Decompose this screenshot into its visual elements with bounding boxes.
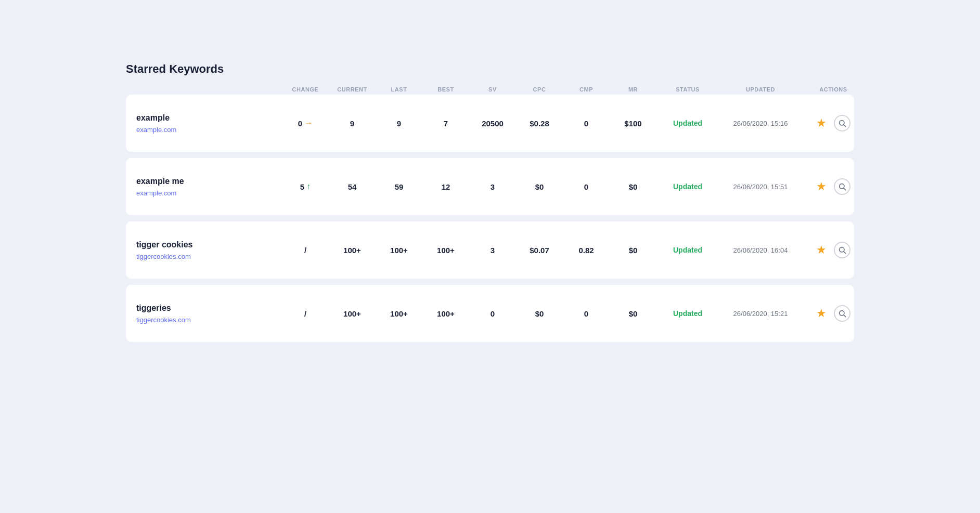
- star-icon[interactable]: ★: [816, 180, 827, 193]
- svg-line-3: [844, 188, 846, 190]
- current-cell: 100+: [329, 309, 376, 318]
- keyword-name: example: [136, 113, 282, 123]
- table-row: tiggeries tiggercookies.com / 100+100+10…: [126, 285, 854, 342]
- search-button[interactable]: [834, 242, 850, 258]
- last-cell: 100+: [376, 309, 422, 318]
- change-value: /: [304, 309, 306, 318]
- status-badge: Updated: [673, 119, 702, 127]
- search-icon: [838, 119, 846, 127]
- status-badge: Updated: [673, 182, 702, 191]
- status-badge: Updated: [673, 309, 702, 318]
- keyword-name: tigger cookies: [136, 240, 282, 249]
- keyword-cell: example example.com: [136, 113, 282, 134]
- star-icon[interactable]: ★: [816, 116, 827, 130]
- keyword-cell: example me example.com: [136, 177, 282, 197]
- change-value: 0: [298, 119, 302, 128]
- col-last: LAST: [376, 86, 422, 93]
- last-cell: 9: [376, 119, 422, 128]
- cpc-cell: $0.07: [516, 246, 563, 255]
- col-cpc: CPC: [516, 86, 563, 93]
- best-cell: 12: [422, 182, 469, 191]
- cmp-cell: 0: [563, 119, 610, 128]
- cpc-cell: $0: [516, 309, 563, 318]
- best-cell: 100+: [422, 246, 469, 255]
- arrow-up-icon: ↑: [306, 182, 311, 191]
- col-actions: ACTIONS: [802, 86, 865, 93]
- status-cell: Updated: [656, 245, 719, 255]
- best-cell: 100+: [422, 309, 469, 318]
- search-icon: [838, 246, 846, 254]
- sv-cell: 20500: [469, 119, 516, 128]
- col-keyword: [136, 86, 282, 93]
- cpc-cell: $0.28: [516, 119, 563, 128]
- keyword-cell: tiggeries tiggercookies.com: [136, 304, 282, 324]
- change-value: 5: [300, 182, 304, 191]
- sv-cell: 0: [469, 309, 516, 318]
- table-row: tigger cookies tiggercookies.com / 100+1…: [126, 221, 854, 279]
- search-icon: [838, 182, 846, 191]
- search-button[interactable]: [834, 178, 850, 195]
- change-cell: 0 →: [282, 119, 329, 128]
- current-cell: 54: [329, 182, 376, 191]
- table-body: example example.com 0 → 99720500$0.280$1…: [126, 95, 854, 342]
- current-cell: 9: [329, 119, 376, 128]
- sv-cell: 3: [469, 246, 516, 255]
- page-title: Starred Keywords: [126, 62, 854, 76]
- table-row: example example.com 0 → 99720500$0.280$1…: [126, 95, 854, 152]
- table-row: example me example.com 5 ↑ 5459123$00$0U…: [126, 158, 854, 215]
- search-button[interactable]: [834, 115, 850, 131]
- keyword-cell: tigger cookies tiggercookies.com: [136, 240, 282, 260]
- status-cell: Updated: [656, 119, 719, 128]
- col-best: BEST: [422, 86, 469, 93]
- last-cell: 100+: [376, 246, 422, 255]
- page-container: Starred Keywords CHANGE CURRENT LAST BES…: [126, 62, 854, 348]
- svg-line-1: [844, 125, 846, 127]
- cmp-cell: 0: [563, 182, 610, 191]
- sv-cell: 3: [469, 182, 516, 191]
- arrow-right-icon: →: [304, 119, 313, 128]
- col-status: STATUS: [656, 86, 719, 93]
- mr-cell: $0: [610, 246, 656, 255]
- col-sv: SV: [469, 86, 516, 93]
- actions-cell: ★: [802, 242, 865, 258]
- current-cell: 100+: [329, 246, 376, 255]
- cmp-cell: 0: [563, 309, 610, 318]
- updated-cell: 26/06/2020, 15:16: [719, 120, 802, 127]
- actions-cell: ★: [802, 115, 865, 131]
- table-header: CHANGE CURRENT LAST BEST SV CPC CMP MR S…: [126, 86, 854, 93]
- updated-cell: 26/06/2020, 15:51: [719, 183, 802, 191]
- col-updated: UPDATED: [719, 86, 802, 93]
- change-cell: /: [282, 246, 329, 255]
- keywords-table: CHANGE CURRENT LAST BEST SV CPC CMP MR S…: [126, 86, 854, 342]
- last-cell: 59: [376, 182, 422, 191]
- best-cell: 7: [422, 119, 469, 128]
- keyword-domain: tiggercookies.com: [136, 316, 282, 324]
- mr-cell: $100: [610, 119, 656, 128]
- svg-line-7: [844, 315, 846, 317]
- star-icon[interactable]: ★: [816, 307, 827, 320]
- cmp-cell: 0.82: [563, 246, 610, 255]
- updated-cell: 26/06/2020, 15:21: [719, 310, 802, 318]
- col-cmp: CMP: [563, 86, 610, 93]
- keyword-domain: example.com: [136, 189, 282, 197]
- updated-cell: 26/06/2020, 16:04: [719, 246, 802, 254]
- star-icon[interactable]: ★: [816, 243, 827, 257]
- mr-cell: $0: [610, 182, 656, 191]
- keyword-name: tiggeries: [136, 304, 282, 313]
- status-badge: Updated: [673, 246, 702, 254]
- col-change: CHANGE: [282, 86, 329, 93]
- search-button[interactable]: [834, 305, 850, 322]
- cpc-cell: $0: [516, 182, 563, 191]
- keyword-domain: tiggercookies.com: [136, 253, 282, 260]
- change-value: /: [304, 246, 306, 255]
- change-cell: 5 ↑: [282, 182, 329, 191]
- change-cell: /: [282, 309, 329, 318]
- status-cell: Updated: [656, 309, 719, 318]
- mr-cell: $0: [610, 309, 656, 318]
- keyword-name: example me: [136, 177, 282, 186]
- search-icon: [838, 309, 846, 318]
- actions-cell: ★: [802, 305, 865, 322]
- svg-line-5: [844, 252, 846, 254]
- actions-cell: ★: [802, 178, 865, 195]
- keyword-domain: example.com: [136, 126, 282, 134]
